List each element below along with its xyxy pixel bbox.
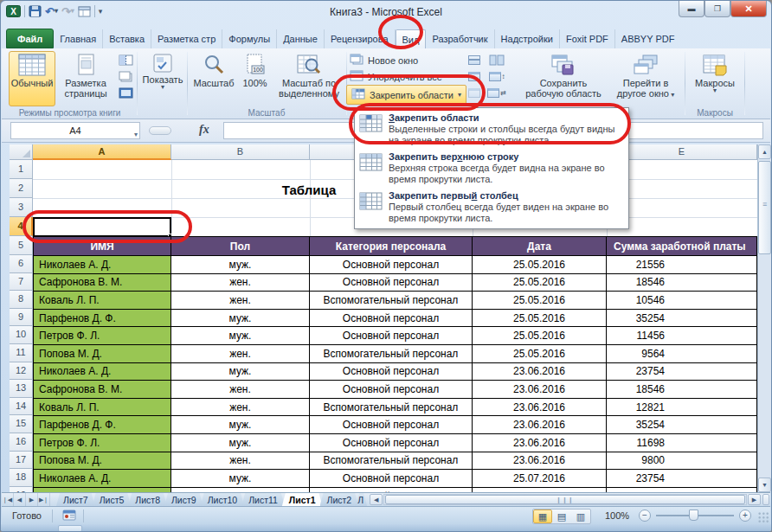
header-cell[interactable]: Сумма заработной платы — [607, 237, 757, 256]
cell[interactable]: Основной персонал — [310, 327, 473, 345]
cell[interactable]: 35254 — [607, 416, 757, 434]
cell[interactable]: 10546 — [607, 292, 757, 310]
save-workspace-button[interactable]: Сохранить рабочую область — [519, 51, 608, 106]
row-header-2[interactable]: 2 — [10, 179, 33, 198]
column-header-A[interactable]: A — [33, 144, 171, 160]
macro-record-icon[interactable] — [62, 510, 76, 522]
cell[interactable]: муж. — [171, 470, 310, 488]
tab-Вставка[interactable]: Вставка — [103, 29, 151, 48]
scroll-down-button[interactable]: ▼ — [758, 478, 771, 492]
sheet-tab-Лист1[interactable]: Лист1 — [282, 493, 323, 506]
normal-view-shortcut[interactable]: ▦ — [533, 510, 552, 523]
sheet-tab-Лист9[interactable]: Лист9 — [164, 493, 203, 506]
name-box-dropdown-icon[interactable]: ▾ — [134, 127, 138, 143]
prev-sheet-button[interactable]: ◀ — [14, 493, 26, 506]
cell[interactable]: Петров Ф. Л. — [34, 327, 171, 345]
vertical-scroll-thumb[interactable] — [758, 161, 771, 254]
cell[interactable]: 9800 — [607, 452, 757, 471]
row-header-10[interactable]: 10 — [10, 326, 33, 344]
cell[interactable]: 23.06.2016 — [473, 363, 607, 381]
cell[interactable]: муж. — [171, 434, 310, 452]
cell[interactable]: 23.06.2016 — [473, 399, 607, 417]
normal-view-button[interactable]: Обычный — [9, 51, 55, 106]
hscroll-left-button[interactable]: ◀ — [370, 494, 383, 505]
cell[interactable]: 25.07.2016 — [473, 470, 607, 488]
page-break-preview-button[interactable] — [115, 52, 136, 68]
cell[interactable]: 25.05.2016 — [473, 256, 607, 274]
freeze-panes-button[interactable]: Закрепить области ▾ — [346, 85, 466, 105]
cell[interactable]: Основной персонал — [310, 274, 473, 292]
hscroll-track[interactable]: ❙❙❙ — [383, 494, 747, 505]
cell[interactable]: Основной персонал — [310, 363, 473, 381]
row-header-6[interactable]: 6 — [10, 255, 33, 273]
tab-Главная[interactable]: Главная — [54, 29, 103, 48]
show-button[interactable]: Показать ▾ — [141, 51, 184, 106]
cell[interactable]: жен. — [171, 292, 310, 310]
tab-Разметка стр[interactable]: Разметка стр — [151, 29, 222, 48]
tab-Формулы[interactable]: Формулы — [222, 29, 277, 48]
cell[interactable]: 25.05.2016 — [473, 274, 607, 292]
cell[interactable]: 12821 — [607, 399, 757, 417]
tab-split-handle[interactable] — [762, 494, 769, 505]
minimize-button[interactable]: ▬ — [679, 1, 704, 17]
last-sheet-button[interactable]: ▶❘ — [38, 493, 50, 506]
zoom-slider-handle[interactable] — [689, 510, 698, 521]
column-header-B[interactable]: B — [171, 144, 310, 160]
cell[interactable]: Основной персонал — [310, 310, 473, 328]
row-header-1[interactable]: 1 — [10, 160, 33, 179]
cell[interactable]: Сафронова В. М. — [34, 381, 171, 399]
cell[interactable]: жен. — [171, 452, 310, 471]
cell[interactable]: жен. — [171, 274, 310, 292]
cell[interactable]: 11698 — [607, 434, 757, 452]
tab-Надстройки[interactable]: Надстройки — [495, 29, 560, 48]
unhide-window-button[interactable] — [464, 85, 485, 101]
row-header-9[interactable]: 9 — [10, 309, 33, 327]
vertical-scrollbar[interactable]: ▲ ▼ — [757, 144, 771, 492]
row-header-15[interactable]: 15 — [10, 415, 33, 433]
cell[interactable]: жен. — [171, 381, 310, 399]
selected-cell-a4[interactable] — [33, 217, 171, 237]
insert-function-button[interactable]: fx — [199, 123, 209, 137]
header-cell[interactable]: Категория персонала — [310, 237, 473, 256]
cell[interactable]: Вспомогательный персонал — [310, 452, 473, 471]
cell[interactable]: Попова М. Д. — [34, 345, 171, 363]
split-button[interactable] — [464, 52, 485, 68]
zoom-100-button[interactable]: 100 100% — [237, 51, 273, 106]
resize-grip[interactable] — [758, 512, 769, 523]
cell[interactable]: Основной персонал — [310, 381, 473, 399]
full-screen-button[interactable] — [115, 85, 136, 101]
row-header-13[interactable]: 13 — [10, 380, 33, 398]
column-header-E[interactable]: E — [607, 144, 757, 160]
zoom-selection-button[interactable]: Масштаб по выделенному — [273, 51, 344, 106]
tab-Файл[interactable]: Файл — [6, 29, 54, 48]
zoom-in-button[interactable]: + — [739, 510, 751, 522]
cell[interactable]: Основной персонал — [310, 434, 473, 452]
sheet-tab-Лист7[interactable]: Лист7 — [56, 493, 95, 506]
cell[interactable]: Коваль Л. П. — [34, 399, 171, 417]
cell[interactable]: 25.05.2016 — [473, 327, 607, 345]
cell[interactable]: Николаев А. Д. — [34, 363, 171, 381]
row-header-8[interactable]: 8 — [10, 291, 33, 309]
tab-Рецензирова[interactable]: Рецензирова — [325, 29, 396, 48]
sheet-tab-Лист5[interactable]: Лист5 — [93, 493, 132, 506]
custom-views-button[interactable] — [115, 68, 136, 85]
tab-Foxit PDF[interactable]: Foxit PDF — [560, 29, 615, 48]
header-cell[interactable]: Дата — [473, 237, 607, 256]
cell[interactable]: Основной персонал — [310, 416, 473, 434]
macros-button[interactable]: Макросы ▾ — [689, 51, 741, 106]
cell[interactable]: 9564 — [607, 345, 757, 363]
tab-ABBYY PDF Tr[interactable]: ABBYY PDF Tr — [615, 29, 677, 48]
sheet-tab-Лист2[interactable]: Лист2 — [320, 493, 359, 506]
row-header-3[interactable]: 3 — [10, 198, 33, 217]
cell[interactable]: 11456 — [607, 327, 757, 345]
page-break-shortcut[interactable]: ▥ — [571, 510, 590, 523]
cell[interactable]: Парфенов Д. Ф. — [34, 310, 171, 328]
sheet-tab-Лист10[interactable]: Лист10 — [201, 493, 245, 506]
cell[interactable]: жен. — [171, 399, 310, 417]
cell[interactable]: Николаев А. Д. — [34, 470, 171, 488]
menu-item-freeze-first-column[interactable]: Закрепить первый столбец Первый столбец … — [355, 188, 628, 227]
cell[interactable]: 25.05.2016 — [473, 345, 607, 363]
cell[interactable]: жен. — [171, 345, 310, 363]
row-header-18[interactable]: 18 — [10, 469, 33, 487]
sheet-tab-Лист8[interactable]: Лист8 — [128, 493, 167, 506]
